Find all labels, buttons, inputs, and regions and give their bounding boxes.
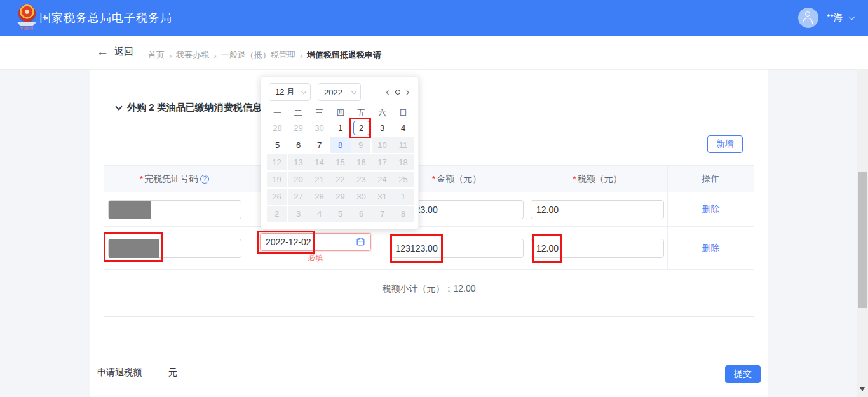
calendar-day: 25 — [393, 172, 414, 187]
calendar-day: 27 — [288, 189, 309, 205]
breadcrumb-separator-icon: › — [169, 51, 172, 60]
calendar-day: 8 — [393, 206, 414, 222]
calendar-day[interactable]: 6 — [288, 137, 309, 153]
person-icon — [805, 11, 810, 17]
header-tax-amount: * 税额（元） — [527, 166, 668, 192]
breadcrumb-separator-icon: › — [214, 51, 216, 60]
tax-amount-cell — [527, 227, 668, 269]
back-label: 返回 — [114, 46, 133, 58]
refund-amount-line: 申请退税额 元 — [97, 367, 177, 379]
calendar-day: 20 — [288, 172, 309, 187]
calendar-day[interactable]: 28 — [267, 120, 288, 136]
header-label: 金额（元） — [437, 173, 481, 185]
chevron-down-icon — [351, 89, 356, 94]
breadcrumb-item-refund-mgmt[interactable]: 一般退（抵）税管理 — [221, 50, 295, 61]
delete-row-button[interactable]: 删除 — [702, 204, 720, 215]
tax-amount-cell — [527, 192, 668, 226]
help-icon[interactable]: ? — [200, 175, 209, 184]
weekday-label: 六 — [372, 107, 393, 119]
emblem-icon — [18, 4, 36, 22]
calendar-icon[interactable] — [356, 237, 365, 246]
breadcrumb-item-taxes[interactable]: 我要办税 — [176, 50, 209, 61]
calendar-day: 3 — [288, 206, 309, 222]
tax-date-input[interactable]: 2022-12-02 — [260, 233, 371, 251]
tax-amount-input[interactable] — [531, 239, 664, 258]
redaction-block — [109, 201, 151, 219]
actions-cell: 删除 — [668, 227, 754, 269]
collapse-chevron-down-icon — [115, 103, 122, 110]
year-select-value: 2022 — [324, 88, 342, 97]
top-header: 中国税务 国家税务总局电子税务局 **海 — [0, 0, 868, 36]
tax-amount-input[interactable] — [531, 200, 664, 219]
today-circle-icon[interactable] — [395, 90, 400, 95]
calendar-day[interactable]: 7 — [309, 137, 330, 153]
calendar-day: 19 — [267, 172, 288, 187]
breadcrumb-current: 增值税留抵退税申请 — [307, 50, 381, 61]
consumption-tax-table: * 完税凭证号码 ? * 金额（元） * 税额（元） 操作 — [104, 165, 754, 270]
calendar-day: 10 — [372, 137, 393, 153]
calendar-day: 4 — [309, 206, 330, 222]
calendar-day[interactable]: 30 — [309, 120, 330, 136]
add-row-button[interactable]: 新增 — [707, 135, 743, 153]
month-select-value: 12 月 — [275, 86, 295, 98]
breadcrumb: 首页 › 我要办税 › 一般退（抵）税管理 › 增值税留抵退税申请 — [148, 50, 381, 61]
prev-month-icon[interactable]: ‹ — [386, 88, 389, 97]
calendar-day[interactable]: 4 — [393, 120, 414, 136]
header-label: 完税凭证号码 — [144, 173, 198, 185]
tax-bureau-logo-icon: 中国税务 — [14, 4, 39, 33]
calendar-day[interactable]: 8 — [330, 137, 351, 153]
calendar-day: 2 — [267, 206, 288, 222]
person-icon-body — [803, 18, 813, 24]
chevron-down-icon — [301, 89, 306, 94]
calendar-day: 31 — [372, 189, 393, 205]
year-select[interactable]: 2022 — [318, 83, 361, 101]
calendar-day: 16 — [351, 154, 372, 170]
section-header[interactable]: 外购 2 类油品已缴纳消费税信息 — [116, 102, 262, 114]
submit-button[interactable]: 提交 — [725, 365, 761, 383]
calendar-day: 17 — [372, 154, 393, 170]
calendar-day[interactable]: 5 — [267, 137, 288, 153]
voucher-cell — [104, 227, 245, 269]
back-button[interactable]: ← 返回 — [97, 46, 133, 58]
calendar-day: 29 — [330, 189, 351, 205]
breadcrumb-item-home[interactable]: 首页 — [148, 50, 165, 61]
next-month-icon[interactable]: › — [406, 88, 409, 97]
logo-caption: 中国税务 — [17, 27, 37, 30]
required-mark: * — [140, 174, 143, 184]
calendar-day: 9 — [351, 137, 372, 153]
calendar-day[interactable]: 3 — [372, 120, 393, 136]
calendar-day[interactable]: 1 — [330, 120, 351, 136]
amount-cell — [386, 227, 527, 269]
weekday-label: 日 — [393, 107, 414, 119]
date-picker-nav: ‹ › — [386, 88, 409, 97]
required-mark: * — [573, 174, 576, 184]
calendar-day: 15 — [330, 154, 351, 170]
month-select[interactable]: 12 月 — [269, 83, 311, 101]
user-name[interactable]: **海 — [827, 12, 843, 24]
calendar-day: 1 — [393, 189, 414, 205]
weekday-label: 四 — [330, 107, 351, 119]
user-avatar[interactable] — [798, 8, 818, 28]
redaction-block — [109, 239, 159, 258]
app-title: 国家税务总局电子税务局 — [39, 0, 172, 36]
calendar-day[interactable]: 2 — [351, 120, 372, 136]
amount-input[interactable] — [390, 239, 524, 258]
scrollbar[interactable] — [857, 70, 868, 397]
table-row: 删除 — [104, 192, 754, 227]
scrollbar-thumb[interactable] — [858, 172, 867, 308]
required-mark: * — [432, 174, 435, 184]
calendar-day: 21 — [309, 172, 330, 187]
breadcrumb-separator-icon: › — [300, 51, 302, 60]
content-card: 外购 2 类油品已缴纳消费税信息 新增 * 完税凭证号码 ? * 金额（元） — [90, 70, 768, 397]
user-menu-chevron-down-icon[interactable] — [849, 14, 855, 20]
section-title-text: 外购 2 类油品已缴纳消费税信息 — [127, 102, 262, 114]
scroll-down-arrow-icon[interactable] — [860, 387, 865, 394]
calendar-day: 24 — [372, 172, 393, 187]
calendar-day[interactable]: 29 — [288, 120, 309, 136]
delete-row-button[interactable]: 删除 — [702, 243, 720, 254]
weekday-label: 三 — [309, 107, 330, 119]
calendar-day: 14 — [309, 154, 330, 170]
calendar-day: 12 — [267, 154, 288, 170]
calendar-day: 23 — [351, 172, 372, 187]
back-arrow-icon: ← — [97, 46, 109, 58]
